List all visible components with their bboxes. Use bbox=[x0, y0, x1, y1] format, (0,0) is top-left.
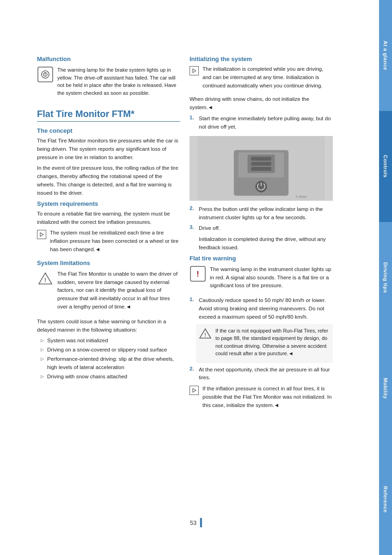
page-number-area: 53 bbox=[190, 518, 202, 527]
flat-tire-warning-header: Flat tire warning bbox=[190, 255, 333, 262]
system-limitations-section: System limitations ! The Flat Tire Monit… bbox=[37, 259, 180, 381]
page-number-bar bbox=[200, 518, 202, 527]
svg-marker-23 bbox=[193, 388, 196, 392]
sidebar-tab-reference[interactable]: Reference bbox=[379, 444, 392, 555]
flat-tire-info-box: If the inflation pressure is correct in … bbox=[190, 385, 333, 412]
flat-tire-warning-box: ! The warning lamp in the instrument clu… bbox=[190, 265, 333, 293]
caution-triangle-icon: ! bbox=[37, 270, 54, 287]
malfunction-header: Malfunction bbox=[37, 56, 180, 62]
main-content: Malfunction ! The warning lamp for the b… bbox=[0, 0, 379, 555]
init-body1: The initialization is completed while yo… bbox=[202, 65, 333, 90]
sidebar-tab-at-a-glance[interactable]: At a glance bbox=[379, 0, 392, 111]
initializing-header: Initializing the system bbox=[190, 56, 333, 62]
red-warning-icon: ! bbox=[190, 265, 206, 282]
page-number: 53 bbox=[190, 519, 196, 526]
caution-sub-text: If the car is not equipped with Run-Flat… bbox=[215, 327, 330, 358]
svg-text:!: ! bbox=[44, 277, 46, 284]
sidebar-tab-mobility[interactable]: Mobility bbox=[379, 333, 392, 444]
bullet-1: System was not initialized bbox=[41, 337, 180, 345]
init-step2: 2. Press the button until the yellow ind… bbox=[190, 205, 333, 222]
flat-tire-step1: 1. Cautiously reduce speed to 50 mph/ 80… bbox=[190, 296, 333, 321]
init-step3-detail: Initialization is completed during the d… bbox=[199, 235, 333, 252]
flat-tire-step2: 2. At the next opportunity, check the ai… bbox=[190, 366, 333, 382]
malfunction-text: The warning lamp for the brake system li… bbox=[57, 66, 180, 97]
flat-tire-step2-text: At the next opportunity, check the air p… bbox=[199, 366, 333, 382]
flat-tire-step1-text: Cautiously reduce speed to 50 mph/ 80 km… bbox=[199, 296, 333, 321]
left-column: Malfunction ! The warning lamp for the b… bbox=[37, 56, 180, 527]
bullet-3: Performance-oriented driving: slip at th… bbox=[41, 355, 180, 372]
sidebar: At a glance Controls Driving tips Mobili… bbox=[379, 0, 392, 555]
system-lim-header: System limitations bbox=[37, 259, 180, 266]
concept-section: The concept The Flat Tire Monitor monito… bbox=[37, 127, 180, 197]
concept-body1: The Flat Tire Monitor monitors tire pres… bbox=[37, 137, 180, 161]
right-column: Initializing the system The initializati… bbox=[190, 56, 333, 527]
caution-sub-box: ! If the car is not equipped with Run-Fl… bbox=[196, 324, 333, 363]
flat-tire-warning-section: Flat tire warning ! The warning lamp in … bbox=[190, 255, 333, 413]
system-req-info-box: The system must be reinitialized each ti… bbox=[37, 229, 180, 256]
page-container: Malfunction ! The warning lamp for the b… bbox=[0, 0, 392, 555]
system-req-header: System requirements bbox=[37, 200, 180, 207]
flat-tire-info-icon bbox=[190, 386, 199, 395]
bullet-4: Driving with snow chains attached bbox=[41, 373, 180, 381]
brake-warning-icon: ! bbox=[37, 66, 54, 83]
system-lim-body2: The system could issue a false warning o… bbox=[37, 318, 180, 334]
init-body2: When driving with snow chains, do not in… bbox=[190, 95, 333, 112]
sidebar-tab-controls[interactable]: Controls bbox=[379, 111, 392, 222]
concept-header: The concept bbox=[37, 127, 180, 134]
init-step1: 1. Start the engine immediately before p… bbox=[190, 115, 333, 131]
init-step2-text: Press the button until the yellow indica… bbox=[199, 205, 333, 222]
init-info-box: The initialization is completed while yo… bbox=[190, 65, 333, 92]
flat-tire-warning-body: The warning lamp in the instrument clust… bbox=[210, 265, 333, 290]
svg-text:© BMW: © BMW bbox=[296, 195, 307, 198]
bullet-2: Driving on a snow-covered or slippery ro… bbox=[41, 346, 180, 354]
system-lim-bullets: System was not initialized Driving on a … bbox=[41, 337, 180, 381]
malfunction-warning-box: ! The warning lamp for the brake system … bbox=[37, 66, 180, 99]
system-lim-body1: The Flat Tire Monitor is unable to warn … bbox=[57, 270, 180, 311]
system-req-body: To ensure a reliable flat tire warning, … bbox=[37, 210, 180, 227]
init-triangle-icon bbox=[190, 66, 199, 75]
svg-rect-17 bbox=[197, 136, 325, 200]
system-req-info-text: The system must be reinitialized each ti… bbox=[50, 229, 180, 253]
svg-text:!: ! bbox=[204, 333, 206, 338]
main-title: Flat Tire Monitor FTM* bbox=[37, 109, 180, 122]
init-step1-text: Start the engine immediately before pull… bbox=[199, 115, 333, 131]
malfunction-section: Malfunction ! The warning lamp for the b… bbox=[37, 56, 180, 99]
concept-body2: In the event of tire pressure loss, the … bbox=[37, 164, 180, 197]
caution-sub-icon: ! bbox=[199, 327, 212, 340]
sidebar-tab-driving-tips[interactable]: Driving tips bbox=[379, 222, 392, 333]
system-lim-warning: ! The Flat Tire Monitor is unable to war… bbox=[37, 270, 180, 314]
svg-text:!: ! bbox=[196, 270, 199, 278]
init-step3-text: Drive off. bbox=[199, 224, 220, 233]
init-step3: 3. Drive off. bbox=[190, 224, 333, 233]
triangle-right-icon bbox=[37, 230, 46, 239]
system-requirements-section: System requirements To ensure a reliable… bbox=[37, 200, 180, 257]
initializing-section: Initializing the system The initializati… bbox=[190, 56, 333, 252]
svg-text:!: ! bbox=[44, 72, 46, 77]
flat-tire-info-text: If the inflation pressure is correct in … bbox=[202, 385, 333, 409]
svg-marker-7 bbox=[193, 69, 196, 73]
svg-marker-4 bbox=[40, 233, 43, 236]
gear-shifter-image: © BMW bbox=[190, 136, 333, 201]
